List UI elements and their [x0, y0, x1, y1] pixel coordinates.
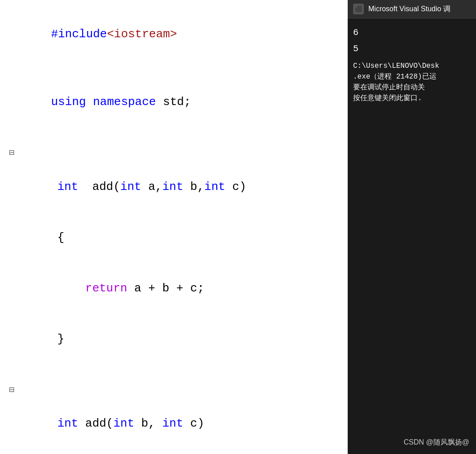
- terminal-header: ⬛ Microsoft Visual Studio 调: [348, 0, 476, 18]
- kw-return-1: return: [85, 282, 127, 295]
- fold-icon-2[interactable]: ⊟: [9, 383, 14, 397]
- output-line1: 6: [353, 25, 471, 41]
- line-include: #include<iostream>: [9, 9, 339, 60]
- brace-close-1: }: [57, 332, 65, 346]
- kw-using: using: [51, 95, 86, 109]
- param-a: a,: [141, 180, 162, 194]
- indent-1: [57, 282, 85, 295]
- code-editor: #include<iostream> using namespace std; …: [0, 0, 348, 454]
- terminal-panel: ⬛ Microsoft Visual Studio 调 6 5 C:\Users…: [348, 0, 476, 454]
- preprocessor-hash: #include: [51, 27, 107, 41]
- line-using: using namespace std;: [9, 77, 339, 128]
- terminal-title: Microsoft Visual Studio 调: [368, 4, 450, 14]
- param-b: b,: [183, 180, 205, 194]
- param-c: c): [225, 180, 246, 194]
- space1: [86, 95, 93, 109]
- kw-int-b2: int: [113, 417, 134, 430]
- line-add3-close: }: [9, 314, 339, 365]
- terminal-app-icon: ⬛: [353, 4, 364, 14]
- param-b2: b,: [134, 417, 162, 430]
- line-add2-open: {: [9, 450, 339, 454]
- kw-int-c2: int: [162, 417, 183, 430]
- kw-int-1: int: [57, 180, 79, 194]
- output-line2: 5: [353, 41, 471, 57]
- empty-line-1: [9, 60, 339, 77]
- line-add3-sig: ⊟ int add(int a,int b,int c): [9, 145, 339, 212]
- empty-line-2: [9, 128, 339, 145]
- terminal-output: 6 5: [353, 25, 471, 57]
- return-expr-1: a + b + c;: [127, 282, 205, 295]
- empty-line-3: [9, 365, 339, 382]
- brace-open-1: {: [57, 231, 65, 244]
- kw-int-c: int: [204, 180, 225, 194]
- std-text: std;: [156, 95, 191, 109]
- kw-int-2: int: [57, 417, 79, 430]
- code-content: #include<iostream> using namespace std; …: [0, 4, 348, 454]
- fold-icon-1[interactable]: ⊟: [9, 146, 14, 159]
- line-add2-sig: ⊟ int add(int b, int c): [9, 382, 339, 450]
- add2-name: add(: [78, 417, 113, 430]
- terminal-path-text: C:\Users\LENOVO\Desk.exe（进程 21428)已运要在调试…: [353, 61, 471, 104]
- terminal-footer: CSDN @随风飘扬@: [404, 438, 469, 447]
- kw-namespace: namespace: [93, 95, 156, 109]
- terminal-body: 6 5 C:\Users\LENOVO\Desk.exe（进程 21428)已运…: [348, 18, 476, 110]
- include-iostream: <iostream>: [107, 27, 177, 41]
- param-c2: c): [183, 417, 205, 430]
- line-add3-open: {: [9, 212, 339, 263]
- kw-int-b: int: [162, 180, 183, 194]
- line-add3-return: return a + b + c;: [9, 263, 339, 314]
- add3-name: add(: [78, 180, 120, 194]
- vs-icon: ⬛: [355, 5, 362, 13]
- kw-int-a: int: [120, 180, 141, 194]
